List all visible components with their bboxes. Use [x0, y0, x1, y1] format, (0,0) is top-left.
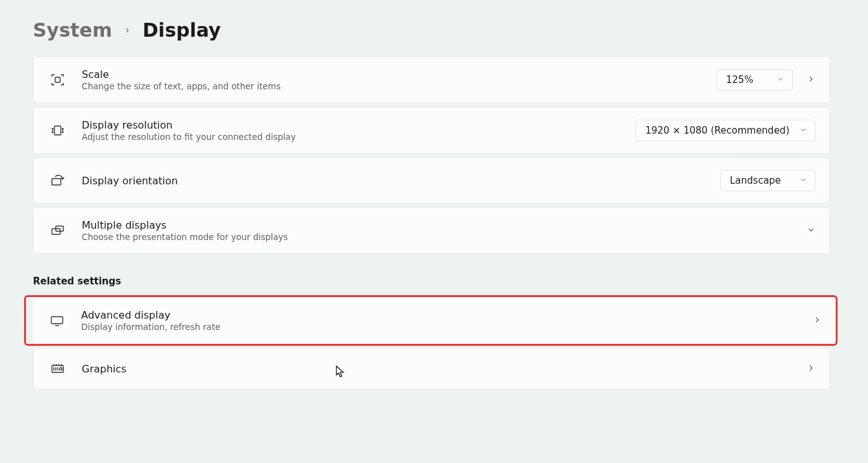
scale-value: 125% [726, 74, 753, 86]
setting-row-multiple-displays[interactable]: Multiple displays Choose the presentatio… [33, 207, 830, 254]
setting-row-graphics[interactable]: Graphics [33, 348, 830, 390]
svg-rect-5 [51, 317, 63, 324]
setting-row-scale[interactable]: Scale Change the size of text, apps, and… [33, 56, 830, 103]
chevron-down-icon[interactable] [807, 225, 815, 237]
graphics-icon [49, 360, 67, 377]
setting-title: Multiple displays [82, 219, 785, 231]
setting-row-orientation[interactable]: Display orientation Landscape [33, 158, 830, 203]
setting-desc: Change the size of text, apps, and other… [82, 81, 701, 91]
setting-row-advanced-display[interactable]: Advanced display Display information, re… [33, 297, 836, 344]
orientation-icon [49, 172, 67, 189]
setting-desc: Display information, refresh rate [81, 322, 791, 332]
monitor-icon [48, 312, 66, 329]
setting-text: Display orientation [82, 175, 705, 187]
setting-desc: Choose the presentation mode for your di… [82, 232, 785, 242]
setting-title: Advanced display [81, 309, 791, 321]
chevron-down-icon [800, 175, 807, 186]
chevron-right-icon[interactable] [807, 363, 815, 375]
resolution-icon [49, 122, 67, 139]
setting-desc: Adjust the resolution to fit your connec… [82, 132, 620, 142]
chevron-down-icon [800, 125, 807, 136]
setting-text: Display resolution Adjust the resolution… [82, 119, 620, 142]
svg-rect-2 [52, 179, 61, 185]
setting-title: Display resolution [82, 119, 620, 131]
section-header-related: Related settings [33, 276, 830, 287]
highlight-box: Advanced display Display information, re… [24, 295, 838, 346]
setting-title: Scale [82, 68, 701, 80]
orientation-select[interactable]: Landscape [720, 170, 815, 191]
setting-text: Scale Change the size of text, apps, and… [82, 68, 701, 91]
breadcrumb-parent[interactable]: System [33, 19, 112, 41]
setting-title: Display orientation [82, 175, 705, 187]
setting-title: Graphics [82, 363, 785, 375]
svg-rect-1 [54, 126, 61, 135]
chevron-right-icon[interactable] [807, 74, 815, 86]
multiple-displays-icon [49, 222, 67, 239]
chevron-right-icon[interactable] [813, 315, 822, 327]
setting-text: Multiple displays Choose the presentatio… [82, 219, 785, 242]
orientation-value: Landscape [730, 175, 781, 186]
setting-row-resolution[interactable]: Display resolution Adjust the resolution… [33, 107, 830, 154]
svg-point-7 [60, 368, 62, 371]
setting-text: Graphics [82, 363, 785, 375]
breadcrumb-current: Display [143, 19, 221, 41]
svg-rect-0 [55, 77, 60, 82]
scale-select[interactable]: 125% [717, 69, 793, 91]
scale-icon [49, 71, 67, 89]
chevron-right-icon [124, 27, 131, 34]
resolution-value: 1920 × 1080 (Recommended) [645, 125, 789, 136]
setting-text: Advanced display Display information, re… [81, 309, 791, 332]
chevron-down-icon [777, 74, 784, 86]
resolution-select[interactable]: 1920 × 1080 (Recommended) [635, 120, 815, 141]
breadcrumb: System Display [33, 19, 830, 41]
